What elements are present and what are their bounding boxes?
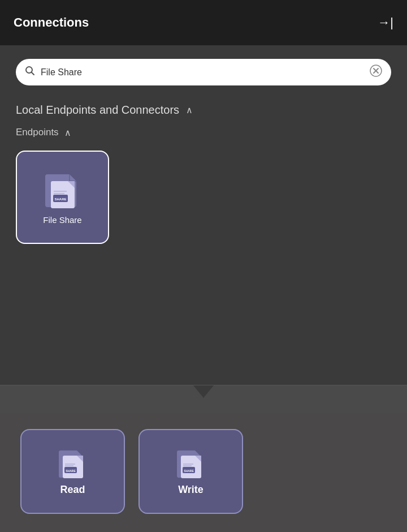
collapse-icon[interactable]: →| [378,15,393,30]
section-collapse-icon[interactable]: ∧ [186,105,193,115]
search-input[interactable] [41,67,364,78]
svg-line-1 [32,72,34,75]
main-panel: Local Endpoints and Connectors ∧ Endpoin… [0,95,407,385]
share-write-card[interactable]: SHARE Write [138,429,243,514]
section-title: Local Endpoints and Connectors ∧ [16,104,391,117]
file-share-label: File Share [43,215,81,225]
file-share-icon: SHARE [44,170,81,211]
svg-text:SHARE: SHARE [66,469,76,473]
subsection-collapse-icon[interactable]: ∧ [64,127,71,138]
tooltip-arrow [193,385,214,398]
search-icon [25,66,35,79]
subsection-title: Endpoints ∧ [16,127,391,138]
share-read-label: Read [60,484,85,496]
page-title: Connections [14,15,89,30]
file-share-card[interactable]: SHARE File Share [16,151,109,244]
svg-text:SHARE: SHARE [54,198,66,201]
search-box [16,59,391,85]
share-read-card[interactable]: SHARE Read [20,429,125,514]
subsection-title-text: Endpoints [16,127,59,138]
section-title-text: Local Endpoints and Connectors [16,104,179,117]
share-write-icon: SHARE [176,448,206,480]
divider-area [0,385,407,413]
share-read-icon: SHARE [58,448,88,480]
clear-icon[interactable] [370,65,382,80]
svg-text:SHARE: SHARE [184,469,194,473]
bottom-panel: SHARE Read SHARE Write [0,413,407,532]
search-container [0,45,407,95]
cards-grid: SHARE File Share [16,151,391,244]
share-write-label: Write [178,484,204,496]
header: Connections →| [0,0,407,45]
